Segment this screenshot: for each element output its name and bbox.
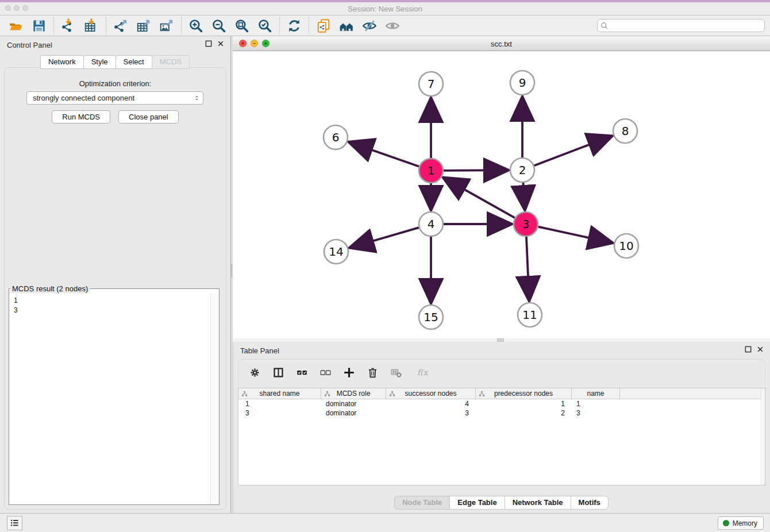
import-table-icon [84,18,99,33]
table-row[interactable]: 3dominator323 [238,408,765,418]
import-network-button[interactable] [57,17,80,35]
delete-table-button[interactable] [389,365,403,379]
toolbar-separator [309,17,309,34]
close-panel-icon[interactable] [217,40,225,48]
search-box[interactable] [597,19,765,32]
tab-motifs[interactable]: Motifs [571,496,609,510]
edge-1-2[interactable] [444,170,507,171]
node-8[interactable]: 8 [613,119,637,143]
svg-text:f(x): f(x) [417,367,428,376]
zoom-in-button[interactable] [184,17,207,35]
network-window-titlebar[interactable]: scc.txt [233,36,770,51]
export-image-button[interactable] [155,17,178,35]
chevron-updown-icon [192,93,201,103]
zoom-selected-button[interactable] [253,17,276,35]
node-9[interactable]: 9 [510,71,534,95]
node-7[interactable]: 7 [419,72,443,96]
cell-name[interactable]: 1 [572,399,620,408]
apply-layout-button[interactable] [283,17,306,35]
open-file-button[interactable] [5,17,28,35]
tab-network-table[interactable]: Network Table [505,496,571,510]
hide-selected-icon [362,18,377,33]
svg-text:3: 3 [522,217,530,231]
cell-successor-nodes[interactable]: 4 [386,399,476,408]
cell-name[interactable]: 3 [572,408,620,418]
node-table: shared nameMCDS rolesuccessor nodesprede… [238,388,765,485]
edge-1-6[interactable] [350,142,419,167]
column-header-name[interactable]: name [572,388,620,399]
tab-network[interactable]: Network [40,55,84,69]
cell-shared-name[interactable]: 1 [238,399,321,408]
table-scrollbar[interactable] [761,388,765,485]
delete-table-icon [390,367,402,379]
add-column-button[interactable] [342,365,356,379]
cell-successor-nodes[interactable]: 3 [386,408,476,418]
hide-selected-button[interactable] [358,17,381,35]
result-line: 3 [14,306,219,315]
unselect-all-rows-button[interactable] [318,365,332,379]
delete-columns-button[interactable] [365,365,379,379]
tab-mcds[interactable]: MCDS [152,55,190,69]
zoom-out-button[interactable] [207,17,230,35]
app-titlebar: Session: New Session [0,0,770,16]
close-panel-icon[interactable] [756,345,764,353]
table-row[interactable]: 1dominator411 [238,399,765,408]
cell-predecessor-nodes[interactable]: 2 [476,408,572,418]
table-panel: Table Panel f(x) shared nameMCDS rolesuc… [233,342,770,513]
edge-4-14[interactable] [351,228,419,247]
float-panel-icon[interactable] [744,345,752,353]
node-10[interactable]: 10 [614,234,638,258]
edge-3-10[interactable] [538,227,611,243]
node-11[interactable]: 11 [518,303,542,327]
cell-predecessor-nodes[interactable]: 1 [476,399,572,408]
cell-MCDS-role[interactable]: dominator [321,399,386,408]
node-4[interactable]: 4 [419,212,443,236]
network-canvas[interactable]: 7968124314101511 [233,51,770,338]
edge-3-1[interactable] [445,178,515,218]
node-15[interactable]: 15 [419,305,443,329]
node-14[interactable]: 14 [324,240,348,264]
save-session-button[interactable] [28,17,51,35]
float-panel-icon[interactable] [205,40,213,48]
node-2[interactable]: 2 [510,158,534,182]
zoom-fit-button[interactable] [230,17,253,35]
table-settings-button[interactable] [248,365,261,379]
run-mcds-button[interactable]: Run MCDS [52,110,110,124]
tab-node-table[interactable]: Node Table [394,496,450,510]
close-panel-button[interactable]: Close panel [118,110,179,124]
first-neighbors-button[interactable] [335,17,358,35]
node-1[interactable]: 1 [419,159,443,183]
cell-MCDS-role[interactable]: dominator [321,408,386,418]
export-network-button[interactable] [109,17,132,35]
column-header-shared-name[interactable]: shared name [238,388,321,399]
result-line: 1 [14,296,219,306]
tab-edge-table[interactable]: Edge Table [449,496,505,510]
column-header-MCDS-role[interactable]: MCDS role [321,388,386,399]
show-all-button[interactable] [381,17,404,35]
result-scrollbar[interactable] [210,293,219,504]
task-history-button[interactable] [7,516,22,530]
edge-2-3[interactable] [523,183,525,209]
import-table-button[interactable] [80,17,103,35]
mcds-result-text[interactable]: 13 [9,293,219,504]
tab-select[interactable]: Select [116,55,152,69]
cell-shared-name[interactable]: 3 [238,408,321,418]
toggle-columns-button[interactable] [271,365,285,379]
node-3[interactable]: 3 [514,212,538,236]
export-table-icon [136,18,151,33]
function-builder-button[interactable]: f(x) [413,365,432,379]
hierarchy-icon [479,391,485,397]
edge-2-8[interactable] [534,137,611,166]
select-all-rows-button[interactable] [295,365,309,379]
clone-network-button[interactable] [312,17,335,35]
edge-3-11[interactable] [526,237,529,299]
table-panel-title: Table Panel [240,346,279,355]
search-input[interactable] [609,20,764,32]
criterion-select[interactable]: strongly connected component [26,91,203,105]
export-table-button[interactable] [132,17,155,35]
memory-button[interactable]: Memory [718,516,764,530]
tab-style[interactable]: Style [83,55,116,69]
node-6[interactable]: 6 [324,125,348,149]
column-header-predecessor-nodes[interactable]: predecessor nodes [476,388,572,399]
column-header-successor-nodes[interactable]: successor nodes [386,388,476,399]
